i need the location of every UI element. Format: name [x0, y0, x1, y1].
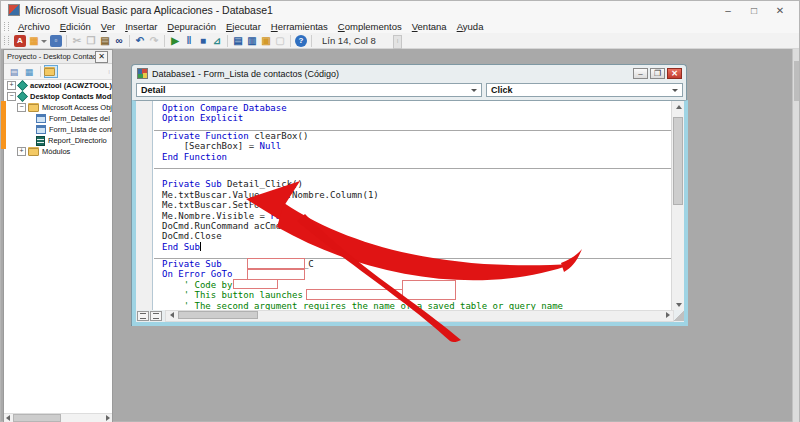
object-browser-icon: ▢ — [274, 35, 286, 47]
hscroll-thumb[interactable] — [178, 311, 258, 319]
menu-complementos[interactable]: Complementos — [333, 21, 407, 32]
scroll-right-icon[interactable] — [662, 311, 673, 319]
save-button[interactable]: ▫ — [50, 34, 62, 48]
tree-item-report-directorio[interactable]: Report_Directorio — [4, 135, 112, 146]
project-panel-hscrollbar[interactable] — [4, 413, 112, 422]
object-dropdown[interactable]: Detail — [136, 83, 482, 97]
tree-item-acwztool-acwztool-[interactable]: +acwztool (ACWZTOOL) — [4, 80, 112, 91]
break-button[interactable]: ‖ — [183, 34, 195, 48]
code-window: Database1 - Form_Lista de contactos (Cód… — [131, 64, 687, 326]
scroll-up-icon[interactable] — [672, 101, 685, 112]
view-code-button[interactable]: ▤ — [7, 65, 21, 78]
toolbar-separator — [40, 66, 41, 77]
procedure-view-button[interactable] — [137, 311, 149, 321]
code-hscrollbar[interactable] — [165, 310, 674, 322]
redaction-box — [247, 258, 305, 269]
code-vscrollbar[interactable] — [671, 101, 684, 310]
scroll-left-icon[interactable] — [166, 311, 177, 319]
properties-window-button[interactable]: ▥ — [246, 34, 258, 48]
reset-icon: ■ — [197, 35, 209, 47]
menu-ventana[interactable]: Ventana — [407, 21, 452, 32]
menubar-grip-icon[interactable] — [4, 22, 9, 31]
code-window-close-button[interactable]: ✕ — [667, 68, 682, 79]
dropdown-arrow-icon[interactable] — [41, 40, 47, 46]
help-icon: ? — [295, 35, 307, 47]
tree-item-label: Desktop Contacts Modified — [30, 92, 112, 101]
copy-button[interactable]: ❐ — [85, 34, 97, 48]
code-line: End Function — [162, 152, 671, 162]
code-editor-area[interactable]: Option Compare DatabaseOption ExplicitPr… — [132, 100, 688, 310]
toolbar-grip-icon[interactable] — [4, 36, 9, 45]
minimize-button[interactable]: – — [715, 5, 741, 16]
expand-icon[interactable]: + — [17, 147, 26, 156]
code-line: [SearchBox] = Null — [162, 141, 671, 151]
scroll-down-icon[interactable] — [672, 299, 685, 310]
collapse-icon[interactable]: − — [17, 103, 26, 112]
tree-item-desktop-contacts-modified[interactable]: −Desktop Contacts Modified — [4, 91, 112, 102]
code-window-combos: Detail Click — [132, 82, 686, 100]
resize-grip[interactable] — [674, 311, 684, 321]
procedure-dropdown[interactable]: Click — [486, 83, 683, 97]
toggle-folders-button[interactable] — [44, 65, 58, 78]
code-window-icon — [137, 68, 148, 79]
procedure-separator — [154, 162, 671, 169]
chevron-down-icon[interactable] — [471, 89, 477, 95]
design-mode-button[interactable]: ⊿ — [211, 34, 223, 48]
code-line — [162, 169, 671, 179]
menu-ver[interactable]: Ver — [96, 21, 120, 32]
menu-depuración[interactable]: Depuración — [162, 21, 221, 32]
toolbox-button[interactable]: ▣ — [260, 34, 272, 48]
code-window-titlebar[interactable]: Database1 - Form_Lista de contactos (Cód… — [132, 65, 686, 82]
menu-items: ArchivoEdiciónVerInsertarDepuraciónEjecu… — [13, 21, 488, 32]
menu-archivo[interactable]: Archivo — [13, 21, 55, 32]
maximize-button[interactable]: □ — [741, 5, 767, 16]
insert-object-button[interactable]: ▦ — [28, 34, 48, 48]
collapse-icon[interactable]: − — [7, 92, 16, 101]
code-line: Option Compare Database — [162, 103, 671, 113]
scroll-left-icon[interactable] — [6, 415, 10, 421]
toolbar-separator — [311, 35, 312, 47]
menu-insertar[interactable]: Insertar — [120, 21, 162, 32]
code-window-maximize-button[interactable]: ❐ — [650, 68, 665, 79]
code-window-minimize-button[interactable]: – — [633, 68, 648, 79]
undo-button[interactable]: ↶ — [134, 34, 146, 48]
help-button[interactable]: ? — [295, 34, 307, 48]
code-line: Me.txtBuscar.Value = Me.Nombre.Column(1) — [162, 190, 671, 200]
menu-ejecutar[interactable]: Ejecutar — [221, 21, 266, 32]
project-explorer-button[interactable]: ▤ — [232, 34, 244, 48]
project-explorer-icon: ▤ — [232, 35, 244, 47]
view-object-button[interactable]: ▦ — [22, 65, 36, 78]
expand-icon[interactable]: + — [7, 81, 16, 90]
tree-item-microsoft-access-objects[interactable]: −Microsoft Access Objects — [4, 102, 112, 113]
access-button[interactable]: A — [14, 34, 26, 48]
panel-close-button[interactable]: ✕ — [95, 51, 108, 63]
toolbar: A▦▫✂❐▤∞↶↷▶‖■⊿▤▥▣▢? Lín 14, Col 8 ⁞ — [1, 33, 799, 49]
menu-edición[interactable]: Edición — [55, 21, 96, 32]
cut-icon: ✂ — [71, 35, 83, 47]
tree-item-m-dulos[interactable]: +Módulos — [4, 146, 112, 157]
outer-scrollbar-thumb[interactable] — [794, 61, 799, 101]
toolbar-overflow-button[interactable]: ⁞ — [393, 35, 402, 49]
menubar: ArchivoEdiciónVerInsertarDepuraciónEjecu… — [1, 19, 799, 33]
paste-button[interactable]: ▤ — [99, 34, 111, 48]
run-button[interactable]: ▶ — [169, 34, 181, 48]
tree-item-form-lista-de-contactos[interactable]: Form_Lista de contactos — [4, 124, 112, 135]
menu-herramientas[interactable]: Herramientas — [266, 21, 333, 32]
code-pane[interactable]: Option Compare DatabaseOption ExplicitPr… — [154, 101, 671, 310]
tree-item-form-detalles-del-contacto[interactable]: Form_Detalles del contacto — [4, 113, 112, 124]
find-button[interactable]: ∞ — [113, 34, 125, 48]
scroll-right-icon[interactable] — [106, 415, 110, 421]
procedure-dropdown-value: Click — [487, 85, 672, 95]
code-line: End Sub — [162, 242, 671, 252]
toolbar-separator — [227, 35, 228, 47]
menu-ayuda[interactable]: Ayuda — [452, 21, 489, 32]
redo-button[interactable]: ↷ — [148, 34, 160, 48]
full-module-view-button[interactable] — [150, 311, 162, 321]
object-browser-button[interactable]: ▢ — [274, 34, 286, 48]
cut-button[interactable]: ✂ — [71, 34, 83, 48]
reset-button[interactable]: ■ — [197, 34, 209, 48]
hscroll-thumb[interactable] — [13, 414, 61, 422]
vscroll-thumb[interactable] — [673, 117, 683, 205]
chevron-down-icon[interactable] — [672, 89, 678, 95]
close-button[interactable]: ✕ — [767, 5, 793, 16]
